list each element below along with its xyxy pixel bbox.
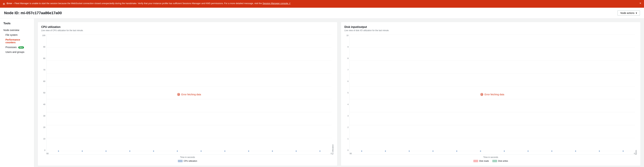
- cpu-chart-subtitle: Live view of CPU utilization for the las…: [41, 29, 334, 32]
- cpu-chart-panel: CPU utilization Live view of CPU utiliza…: [38, 22, 338, 166]
- cpu-legend: CPU utilization: [41, 160, 334, 162]
- legend-swatch-writes: [492, 160, 497, 162]
- disk-x-labels: 60 0: [350, 152, 635, 154]
- new-badge: New: [18, 46, 24, 48]
- cpu-error-icon: ⊗: [177, 93, 180, 96]
- disk-error-message: ⊗ Error fetching data: [480, 93, 504, 96]
- sidebar-item-node-overview[interactable]: Node overview: [0, 28, 34, 32]
- cpu-chart-bottom: Time in seconds CPU utilization: [41, 156, 334, 162]
- disk-chart-title: Disk input/output: [344, 26, 637, 28]
- sidebar: Tools Node overview File system Performa…: [0, 18, 34, 167]
- page-header: Node ID: mi-057c177aa86e17a00 Node actio…: [0, 8, 644, 18]
- legend-label-cpu: CPU utilization: [184, 160, 197, 162]
- content-area: CPU utilization Live view of CPU utiliza…: [34, 18, 644, 167]
- node-actions-button[interactable]: Node actions ▾: [618, 10, 640, 16]
- sidebar-item-processes[interactable]: Processes New: [0, 45, 34, 50]
- disk-chart-dots: [350, 34, 635, 151]
- disk-error-icon: ⊗: [480, 93, 483, 96]
- cpu-y-axis: 100 90 80 70 60 50 40 30 20 10 0: [41, 34, 46, 155]
- main-layout: Tools Node overview File system Performa…: [0, 18, 644, 167]
- disk-chart-wrapper: 10 9 8 7 6 5 4 3 2 1 0: [344, 34, 637, 155]
- cpu-chart-title: CPU utilization: [41, 26, 334, 28]
- disk-chart-bottom: Time in seconds Disk reads Disk writes: [344, 156, 637, 162]
- cpu-x-labels: 60 0: [46, 152, 332, 154]
- legend-item-disk-writes: Disk writes: [492, 160, 508, 162]
- processes-label: Processes: [6, 46, 16, 48]
- disk-y-label: Bytes: [635, 34, 637, 155]
- legend-swatch-cpu: [178, 160, 183, 162]
- cpu-error-message: ⊗ Error fetching data: [177, 93, 201, 96]
- external-link-icon: ↗: [289, 2, 290, 4]
- sidebar-item-users-and-groups[interactable]: Users and groups: [0, 50, 34, 54]
- legend-item-cpu: CPU utilization: [178, 160, 197, 162]
- cpu-time-label: Time in seconds: [41, 156, 334, 158]
- legend-label-disk-writes: Disk writes: [498, 160, 508, 162]
- error-icon: ⊗: [3, 2, 5, 6]
- sidebar-item-file-system[interactable]: File system: [0, 32, 34, 37]
- cpu-chart-wrapper: 100 90 80 70 60 50 40 30 20 10 0: [41, 34, 334, 155]
- disk-time-label: Time in seconds: [344, 156, 637, 158]
- legend-label-disk-reads: Disk reads: [479, 160, 489, 162]
- close-button[interactable]: ×: [640, 2, 641, 5]
- disk-chart-inner: ⊗ Error fetching data 60 0: [350, 34, 635, 155]
- sidebar-title: Tools: [0, 22, 34, 28]
- disk-legend: Disk reads Disk writes: [344, 160, 637, 162]
- legend-item-disk-reads: Disk reads: [473, 160, 489, 162]
- sidebar-item-performance-counters[interactable]: Performance counters: [0, 37, 34, 45]
- error-message: Error – Fleet Manager is unable to start…: [7, 2, 290, 5]
- chevron-down-icon: ▾: [636, 12, 637, 14]
- error-banner: ⊗ Error – Fleet Manager is unable to sta…: [0, 0, 644, 8]
- cpu-y-label: % Utilization: [332, 34, 334, 155]
- disk-y-axis: 10 9 8 7 6 5 4 3 2 1 0: [344, 34, 350, 155]
- disk-chart-panel: Disk input/output Live view of disk I/O …: [341, 22, 640, 166]
- legend-swatch-reads: [473, 160, 478, 162]
- page-title: Node ID: mi-057c177aa86e17a00: [4, 11, 62, 15]
- cpu-chart-dots: [46, 34, 332, 151]
- disk-chart-subtitle: Live view of disk I/O utilization for th…: [344, 29, 637, 32]
- cpu-chart-inner: ⊗ Error fetching data 60 0: [46, 34, 332, 155]
- session-manager-link[interactable]: Session Manager console ↗: [262, 2, 290, 4]
